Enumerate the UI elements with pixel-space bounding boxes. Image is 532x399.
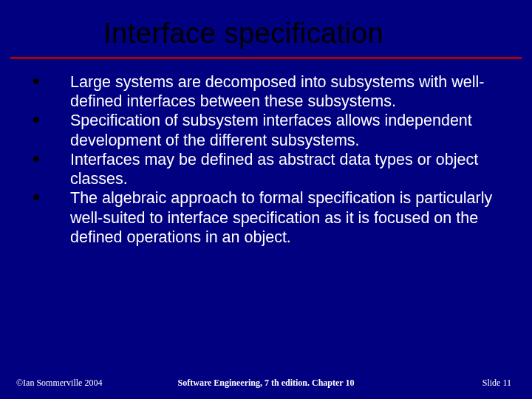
list-item: Specification of subsystem interfaces al…	[33, 111, 510, 149]
footer-slide-number: Slide 11	[482, 378, 511, 389]
bullet-list: Large systems are decomposed into subsys…	[33, 72, 510, 247]
list-item: Interfaces may be defined as abstract da…	[33, 150, 510, 188]
slide-body: Large systems are decomposed into subsys…	[0, 59, 532, 247]
list-item: Large systems are decomposed into subsys…	[33, 72, 510, 111]
footer-source: Software Engineering, 7 th edition. Chap…	[0, 378, 532, 389]
list-item: The algebraic approach to formal specifi…	[33, 188, 510, 247]
slide-title: Interface specification	[0, 0, 532, 57]
slide: Interface specification Large systems ar…	[0, 0, 532, 399]
